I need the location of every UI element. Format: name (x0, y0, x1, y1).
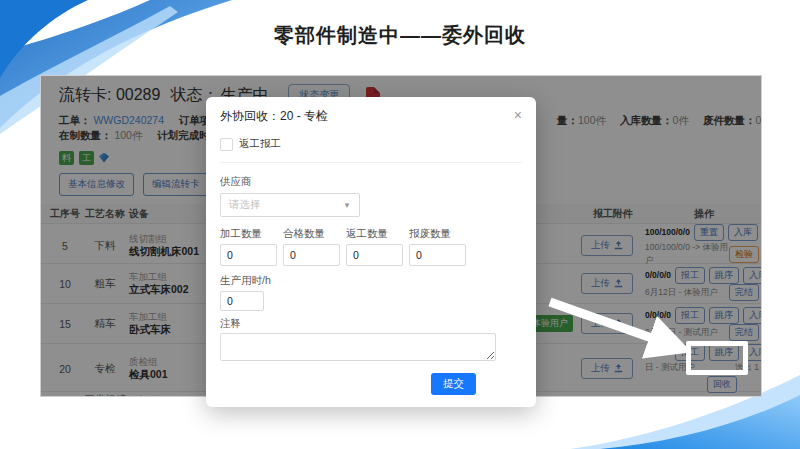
scrap-qty-label: 报废数量 (409, 227, 466, 240)
hours-input[interactable] (220, 291, 264, 311)
upload-button[interactable]: 上传 (581, 396, 633, 397)
chevron-down-icon: ▼ (343, 201, 351, 210)
hours-label: 生产用时/h (220, 274, 522, 287)
page-title: 零部件制造中——委外回收 (0, 22, 800, 49)
close-icon[interactable]: × (514, 109, 522, 121)
submit-button[interactable]: 提交 (431, 373, 476, 395)
process-qty-label: 加工数量 (220, 227, 277, 240)
dialog-title: 外协回收：20 - 专检 (220, 109, 328, 123)
scrap-qty-input[interactable] (409, 244, 466, 266)
process-qty-input[interactable] (220, 244, 277, 266)
rework-checkbox-label: 返工报工 (239, 137, 281, 151)
supplier-select[interactable]: 请选择 ▼ (220, 193, 360, 217)
note-label: 注释 (220, 317, 522, 330)
note-textarea[interactable] (220, 333, 496, 361)
slide-canvas: 零部件制造中——委外回收 流转卡: 00289 状态： 生产中 状态变更 工单：… (0, 0, 800, 449)
rework-checkbox[interactable] (220, 138, 233, 151)
qualified-qty-label: 合格数量 (283, 227, 340, 240)
qualified-qty-input[interactable] (283, 244, 340, 266)
rework-qty-input[interactable] (346, 244, 403, 266)
supplier-label: 供应商 (220, 175, 522, 188)
rework-qty-label: 返工数量 (346, 227, 403, 240)
outsource-recover-dialog: 外协回收：20 - 专检 × 返工报工 供应商 请选择 ▼ 加工数量 合格数量 … (206, 97, 536, 407)
divider (220, 162, 522, 163)
supplier-placeholder: 请选择 (229, 198, 261, 212)
